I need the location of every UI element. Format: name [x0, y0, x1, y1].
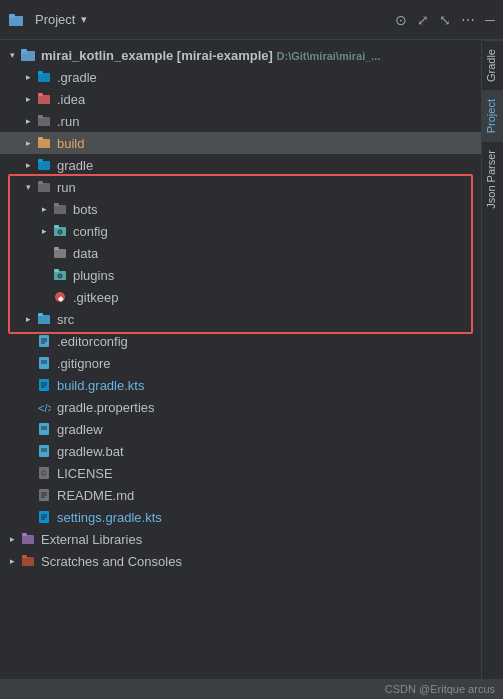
- gitkeep-file-icon: ◆: [52, 289, 68, 305]
- src-folder-icon: [36, 311, 52, 327]
- tree-item-build-gradle[interactable]: build.gradle.kts: [0, 374, 481, 396]
- readme-label: README.md: [57, 488, 134, 503]
- expand-icon[interactable]: ⤢: [417, 12, 429, 28]
- title-bar-left: Project ▾: [8, 12, 395, 28]
- title-bar-chevron-icon[interactable]: ▾: [81, 13, 87, 26]
- svg-rect-15: [38, 181, 43, 184]
- bots-arrow-icon: [36, 204, 52, 214]
- svg-rect-3: [21, 49, 27, 53]
- minimize-icon[interactable]: ─: [485, 12, 495, 28]
- scratches-arrow-icon: [4, 556, 20, 566]
- svg-rect-30: [38, 315, 50, 324]
- tree-item-build[interactable]: build: [0, 132, 481, 154]
- idea-arrow-icon: [20, 94, 36, 104]
- svg-rect-14: [38, 183, 50, 192]
- tree-item-settings-gradle[interactable]: settings.gradle.kts: [0, 506, 481, 528]
- tree-item-run[interactable]: run: [0, 176, 481, 198]
- build-gradle-label: build.gradle.kts: [57, 378, 144, 393]
- svg-rect-23: [54, 247, 59, 250]
- svg-rect-19: [54, 225, 59, 228]
- tree-item-gitignore[interactable]: .gitignore: [0, 352, 481, 374]
- tree-item-license[interactable]: © LICENSE: [0, 462, 481, 484]
- svg-rect-5: [38, 71, 43, 74]
- title-bar: Project ▾ ⊙ ⤢ ⤡ ⋯ ─: [0, 0, 503, 40]
- scratches-label: Scratches and Consoles: [41, 554, 182, 569]
- ext-libs-label: External Libraries: [41, 532, 142, 547]
- src-arrow-icon: [20, 314, 36, 324]
- tree-item-scratches[interactable]: Scratches and Consoles: [0, 550, 481, 572]
- gradle2-label: gradle: [57, 158, 93, 173]
- settings-gradle-label: settings.gradle.kts: [57, 510, 162, 525]
- license-label: LICENSE: [57, 466, 113, 481]
- target-icon[interactable]: ⊙: [395, 12, 407, 28]
- svg-rect-63: [22, 555, 27, 558]
- svg-rect-62: [22, 557, 34, 566]
- tree-item-src[interactable]: src: [0, 308, 481, 330]
- scratches-folder-icon: [20, 553, 36, 569]
- root-folder-icon: [20, 47, 36, 63]
- tree-item-gradle-folder[interactable]: .gradle: [0, 66, 481, 88]
- title-bar-title: Project: [35, 12, 75, 27]
- config-label: config: [73, 224, 108, 239]
- src-label: src: [57, 312, 74, 327]
- svg-rect-60: [22, 535, 34, 544]
- tree-item-readme[interactable]: README.md: [0, 484, 481, 506]
- svg-rect-1: [9, 14, 15, 18]
- run-dot-arrow-icon: [20, 116, 36, 126]
- tree-item-run-dot[interactable]: .run: [0, 110, 481, 132]
- run-dot-label: .run: [57, 114, 79, 129]
- sidebar-tabs: Gradle Project Json Parser: [481, 40, 503, 679]
- tree-item-ext-libs[interactable]: External Libraries: [0, 528, 481, 550]
- gitkeep-label: .gitkeep: [73, 290, 119, 305]
- svg-rect-31: [38, 313, 43, 316]
- tree-item-config[interactable]: config: [0, 220, 481, 242]
- svg-rect-61: [22, 533, 27, 536]
- tab-gradle[interactable]: Gradle: [482, 40, 503, 90]
- build-folder-icon: [36, 135, 52, 151]
- ext-libs-arrow-icon: [4, 534, 20, 544]
- svg-rect-7: [38, 93, 43, 96]
- gradle-props-file-icon: </>: [36, 399, 52, 415]
- collapse-icon[interactable]: ⤡: [439, 12, 451, 28]
- svg-rect-8: [38, 117, 50, 126]
- bots-label: bots: [73, 202, 98, 217]
- run-folder-icon: [36, 179, 52, 195]
- status-text: CSDN @Eritque arcus: [385, 683, 495, 695]
- editorconfig-label: .editorconfig: [57, 334, 128, 349]
- svg-point-21: [59, 231, 61, 233]
- svg-point-27: [59, 275, 61, 277]
- tree-item-gradle[interactable]: gradle: [0, 154, 481, 176]
- gitignore-label: .gitignore: [57, 356, 110, 371]
- tree-item-gradle-props[interactable]: </> gradle.properties: [0, 396, 481, 418]
- title-bar-actions: ⊙ ⤢ ⤡ ⋯ ─: [395, 12, 495, 28]
- gradle-arrow-icon: [20, 72, 36, 82]
- build-arrow-icon: [20, 138, 36, 148]
- svg-rect-9: [38, 115, 43, 118]
- gradle-props-label: gradle.properties: [57, 400, 155, 415]
- tree-root[interactable]: mirai_kotlin_example [mirai-example] D:\…: [0, 44, 481, 66]
- file-tree: mirai_kotlin_example [mirai-example] D:\…: [0, 40, 481, 679]
- svg-rect-4: [38, 73, 50, 82]
- idea-label: .idea: [57, 92, 85, 107]
- more-actions-icon[interactable]: ⋯: [461, 12, 475, 28]
- tab-json-parser[interactable]: Json Parser: [482, 141, 503, 217]
- tree-item-plugins[interactable]: plugins: [0, 264, 481, 286]
- tab-project[interactable]: Project: [482, 90, 503, 141]
- gradlew-bat-file-icon: [36, 443, 52, 459]
- root-arrow-icon: [4, 50, 20, 60]
- data-label: data: [73, 246, 98, 261]
- tree-item-gradlew[interactable]: gradlew: [0, 418, 481, 440]
- gradle-folder-icon: [36, 69, 52, 85]
- tree-item-gradlew-bat[interactable]: gradlew.bat: [0, 440, 481, 462]
- gitignore-file-icon: [36, 355, 52, 371]
- run-label: run: [57, 180, 76, 195]
- build-gradle-file-icon: [36, 377, 52, 393]
- tree-item-editorconfig[interactable]: .editorconfig: [0, 330, 481, 352]
- editorconfig-file-icon: [36, 333, 52, 349]
- bots-folder-icon: [52, 201, 68, 217]
- tree-item-idea[interactable]: .idea: [0, 88, 481, 110]
- tree-item-bots[interactable]: bots: [0, 198, 481, 220]
- tree-item-data[interactable]: data: [0, 242, 481, 264]
- tree-item-gitkeep[interactable]: ◆ .gitkeep: [0, 286, 481, 308]
- config-arrow-icon: [36, 226, 52, 236]
